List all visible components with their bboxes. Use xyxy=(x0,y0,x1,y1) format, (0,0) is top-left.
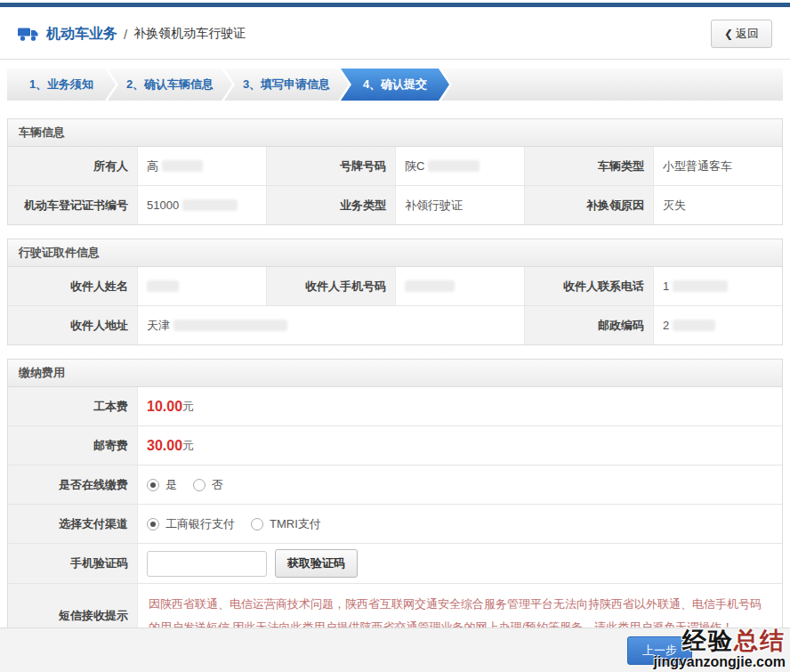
step-bar-filler xyxy=(441,69,783,101)
recipient-address-value: 天津 xyxy=(137,306,524,344)
back-button[interactable]: ❮返回 xyxy=(711,20,772,48)
owner-value: 高 xyxy=(137,147,266,185)
step-3-fill-application[interactable]: 3、填写申请信息 xyxy=(224,69,349,101)
fee-unit: 元 xyxy=(182,438,194,454)
redacted-blob xyxy=(162,160,203,172)
header-divider xyxy=(0,59,790,60)
online-pay-options: 是 否 xyxy=(137,466,782,504)
post-fee-label: 邮寄费 xyxy=(8,426,137,465)
pay-channel-options: 工商银行支付 TMRI支付 xyxy=(137,505,782,543)
table-row: 手机验证码 获取验证码 xyxy=(8,543,782,583)
get-code-button[interactable]: 获取验证码 xyxy=(275,549,358,578)
redacted-blob xyxy=(673,320,715,331)
payment-title: 缴纳费用 xyxy=(8,360,782,387)
registration-no-value: 51000 xyxy=(137,186,266,224)
post-fee-amount: 30.00 xyxy=(147,438,182,454)
vehicle-info-section: 车辆信息 所有人 高 号牌号码 陕C 车辆类型 小型普通客车 机动车登记证书编号… xyxy=(7,118,783,225)
step-progress-bar: 1、业务须知 2、确认车辆信息 3、填写申请信息 4、确认提交 xyxy=(7,69,783,101)
pay-channel-label: 选择支付渠道 xyxy=(8,505,137,543)
owner-label: 所有人 xyxy=(8,147,137,185)
recipient-name-label: 收件人姓名 xyxy=(8,267,137,305)
breadcrumb-root[interactable]: 机动车业务 xyxy=(46,25,117,44)
redacted-blob xyxy=(405,280,455,292)
back-button-label: 返回 xyxy=(736,27,759,40)
redacted-blob xyxy=(673,280,728,292)
redacted-blob xyxy=(428,160,480,172)
channel-tmri-radio[interactable] xyxy=(251,518,263,530)
online-pay-yes-radio[interactable] xyxy=(147,479,159,491)
online-pay-label: 是否在线缴费 xyxy=(8,466,137,504)
table-row: 邮寄费 30.00元 xyxy=(8,425,782,465)
breadcrumb-separator: / xyxy=(124,27,127,42)
site-watermark: 经验总结 jingyanzongjie.com xyxy=(654,629,786,669)
page-header: 机动车业务 / 补换领机动车行驶证 ❮返回 xyxy=(0,7,790,59)
payment-section: 缴纳费用 工本费 10.00元 邮寄费 30.00元 是否在线缴费 是 否 选择… xyxy=(7,359,783,649)
work-fee-amount: 10.00 xyxy=(147,399,182,415)
business-type-value: 补领行驶证 xyxy=(395,186,524,224)
table-row: 收件人姓名 收件人手机号码 收件人联系电话 1 xyxy=(8,267,782,305)
recipient-mobile-value xyxy=(395,267,524,305)
table-row: 选择支付渠道 工商银行支付 TMRI支付 xyxy=(8,504,782,543)
business-type-label: 业务类型 xyxy=(266,186,395,224)
step-4-confirm-submit[interactable]: 4、确认提交 xyxy=(341,69,449,101)
sms-code-input[interactable] xyxy=(147,551,267,577)
work-fee-value: 10.00元 xyxy=(137,387,782,425)
online-pay-no-radio[interactable] xyxy=(193,479,206,491)
truck-icon xyxy=(18,27,39,42)
watermark-url: jingyanzongjie.com xyxy=(654,655,786,669)
pickup-info-title: 行驶证取件信息 xyxy=(8,239,782,267)
replace-reason-label: 补换领原因 xyxy=(524,186,653,224)
table-row: 工本费 10.00元 xyxy=(8,387,782,425)
recipient-phone-value: 1 xyxy=(653,267,782,305)
post-fee-value: 30.00元 xyxy=(137,426,782,465)
recipient-phone-label: 收件人联系电话 xyxy=(524,267,653,305)
step-2-confirm-vehicle[interactable]: 2、确认车辆信息 xyxy=(108,69,232,101)
table-row: 所有人 高 号牌号码 陕C 车辆类型 小型普通客车 xyxy=(8,147,782,185)
table-row: 收件人地址 天津 邮政编码 2 xyxy=(8,305,782,344)
redacted-blob xyxy=(147,280,179,292)
vehicle-type-value: 小型普通客车 xyxy=(653,147,782,185)
vehicle-type-label: 车辆类型 xyxy=(524,147,653,185)
online-pay-yes-label[interactable]: 是 xyxy=(165,477,177,493)
sms-code-field: 获取验证码 xyxy=(137,544,782,583)
table-row: 是否在线缴费 是 否 xyxy=(8,465,782,504)
table-row: 机动车登记证书编号 51000 业务类型 补领行驶证 补换领原因 灭失 xyxy=(8,185,782,224)
back-chevron-icon: ❮ xyxy=(724,28,733,40)
online-pay-no-label[interactable]: 否 xyxy=(212,477,223,493)
plate-value: 陕C xyxy=(395,147,524,185)
postcode-value: 2 xyxy=(653,306,782,344)
channel-icbc-label[interactable]: 工商银行支付 xyxy=(165,516,235,532)
postcode-label: 邮政编码 xyxy=(524,306,653,344)
page-title: 补换领机动车行驶证 xyxy=(133,26,246,42)
redacted-blob xyxy=(182,199,238,211)
watermark-title: 经验总结 xyxy=(654,629,786,653)
step-1-business-notice[interactable]: 1、业务须知 xyxy=(7,69,116,101)
sms-code-label: 手机验证码 xyxy=(8,544,137,583)
registration-no-label: 机动车登记证书编号 xyxy=(8,186,137,224)
channel-tmri-label[interactable]: TMRI支付 xyxy=(270,516,321,532)
vehicle-info-title: 车辆信息 xyxy=(8,119,782,147)
recipient-name-value xyxy=(137,267,266,305)
work-fee-label: 工本费 xyxy=(8,387,137,425)
channel-icbc-radio[interactable] xyxy=(147,518,159,530)
plate-label: 号牌号码 xyxy=(266,147,395,185)
pickup-info-section: 行驶证取件信息 收件人姓名 收件人手机号码 收件人联系电话 1 收件人地址 天津… xyxy=(7,239,783,345)
redacted-blob xyxy=(173,320,287,331)
replace-reason-value: 灭失 xyxy=(653,186,782,224)
fee-unit: 元 xyxy=(182,399,194,415)
recipient-address-label: 收件人地址 xyxy=(8,306,137,344)
recipient-mobile-label: 收件人手机号码 xyxy=(266,267,395,305)
